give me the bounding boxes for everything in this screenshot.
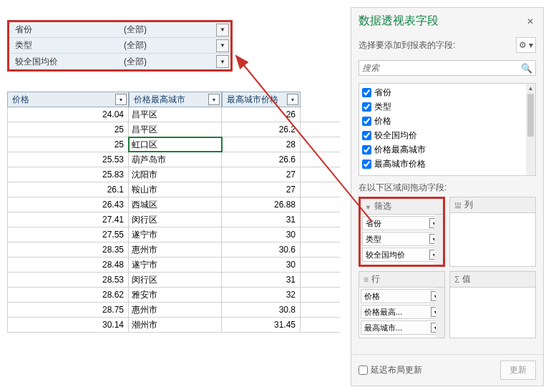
cell-price[interactable]: 28.75 [7, 303, 129, 317]
cell-max[interactable]: 27 [222, 182, 301, 197]
field-checkbox[interactable] [362, 88, 371, 97]
field-checkbox[interactable] [362, 117, 371, 126]
cell-city[interactable]: 遂宁市 [129, 227, 222, 242]
gear-icon[interactable]: ⚙ ▾ [516, 37, 536, 53]
field-checkbox[interactable] [362, 102, 371, 112]
field-item[interactable]: 较全国均价 [361, 128, 534, 142]
table-row[interactable]: 28.53闵行区31 [7, 273, 340, 288]
cell-price[interactable]: 26.1 [7, 182, 129, 197]
cell-city[interactable]: 昌平区 [129, 107, 222, 122]
table-row[interactable]: 25.53葫芦岛市26.6 [7, 152, 340, 167]
cell-city[interactable]: 雅安市 [129, 288, 222, 302]
cell-price[interactable]: 25.83 [7, 167, 129, 182]
cell-max[interactable]: 26 [222, 107, 301, 122]
field-item[interactable]: 价格最高城市 [361, 142, 534, 157]
table-row[interactable]: 25.83沈阳市27 [7, 167, 340, 182]
cell-city[interactable]: 鞍山市 [129, 182, 222, 197]
cell-max[interactable]: 26.6 [222, 152, 301, 167]
cell-city[interactable]: 闵行区 [129, 212, 222, 227]
table-row[interactable]: 27.41闵行区31 [7, 212, 340, 227]
table-row[interactable]: 25虹口区28 [7, 137, 340, 152]
close-icon[interactable]: ✕ [525, 16, 536, 27]
field-item[interactable]: 价格 [361, 114, 534, 128]
cell-price[interactable]: 28.53 [7, 273, 129, 287]
area-filters[interactable]: 筛选 省份类型较全国均价 [359, 197, 445, 267]
cell-city[interactable]: 闵行区 [129, 273, 222, 287]
cell-city[interactable]: 沈阳市 [129, 167, 222, 182]
area-values[interactable]: 值 [449, 271, 536, 338]
cell-price[interactable]: 30.14 [7, 318, 129, 332]
cell-city[interactable]: 葫芦岛市 [129, 152, 222, 167]
cell-price[interactable]: 25.53 [7, 152, 129, 167]
cell-price[interactable]: 24.04 [7, 107, 129, 122]
defer-checkbox[interactable]: 延迟布局更新 [359, 364, 422, 376]
col-dd-icon[interactable] [287, 94, 298, 105]
cell-max[interactable]: 32 [222, 288, 301, 302]
cell-max[interactable]: 30 [222, 258, 301, 272]
col-max[interactable]: 最高城市价格 [222, 92, 301, 107]
table-row[interactable]: 28.62雅安市32 [7, 288, 340, 303]
area-columns[interactable]: 列 [449, 197, 536, 267]
cell-max[interactable]: 26.88 [222, 197, 301, 212]
cell-city[interactable]: 西城区 [129, 197, 222, 212]
cell-city[interactable]: 虹口区 [129, 137, 222, 152]
field-checkbox[interactable] [362, 160, 371, 169]
chevron-down-icon[interactable] [216, 39, 229, 52]
cell-price[interactable]: 28.62 [7, 288, 129, 302]
field-item[interactable]: 省份 [361, 85, 534, 99]
field-chip[interactable]: 最高城市... [361, 320, 443, 335]
col-dd-icon[interactable] [115, 94, 127, 105]
cell-max[interactable]: 30.8 [222, 303, 301, 317]
cell-price[interactable]: 25 [7, 137, 129, 152]
cell-city[interactable]: 惠州市 [129, 242, 222, 257]
table-row[interactable]: 25昌平区26.2 [7, 122, 340, 137]
cell-max[interactable]: 28 [222, 137, 301, 152]
cell-price[interactable]: 25 [7, 122, 129, 137]
cell-city[interactable]: 潮州市 [129, 318, 222, 332]
col-price[interactable]: 价格 [7, 92, 129, 107]
chevron-down-icon[interactable] [216, 24, 229, 36]
cell-city[interactable]: 惠州市 [129, 303, 222, 317]
field-chip[interactable]: 省份 [362, 216, 442, 230]
search-input[interactable] [362, 63, 521, 73]
table-row[interactable]: 28.35惠州市30.6 [7, 242, 340, 258]
cell-price[interactable]: 27.55 [7, 227, 129, 242]
scrollbar[interactable]: ▲ [526, 84, 535, 175]
cell-max[interactable]: 31 [222, 212, 301, 227]
table-row[interactable]: 28.48遂宁市30 [7, 258, 340, 273]
cell-price[interactable]: 28.48 [7, 258, 129, 272]
cell-max[interactable]: 31 [222, 273, 301, 287]
cell-max[interactable]: 30.6 [222, 242, 301, 257]
cell-city[interactable]: 遂宁市 [129, 258, 222, 272]
chevron-down-icon[interactable] [216, 55, 229, 68]
search-icon[interactable]: 🔍 [521, 63, 532, 74]
cell-city[interactable]: 昌平区 [129, 122, 222, 137]
field-chip[interactable]: 较全国均价 [362, 248, 442, 262]
table-row[interactable]: 30.14潮州市31.45 [7, 318, 340, 333]
cell-max[interactable]: 30 [222, 227, 301, 242]
field-chip[interactable]: 价格 [361, 289, 443, 303]
cell-max[interactable]: 31.45 [222, 318, 301, 332]
field-chip[interactable]: 类型 [362, 232, 442, 246]
filter-row[interactable]: 省份(全部) [9, 22, 230, 38]
table-row[interactable]: 26.43西城区26.88 [7, 197, 340, 212]
field-checkbox[interactable] [362, 131, 371, 140]
scrollbar[interactable] [436, 288, 444, 338]
table-row[interactable]: 24.04昌平区26 [7, 107, 340, 122]
cell-max[interactable]: 26.2 [222, 122, 301, 137]
scrollbar[interactable] [434, 215, 443, 265]
cell-price[interactable]: 27.41 [7, 212, 129, 227]
search-box[interactable]: 🔍 [359, 60, 536, 76]
table-row[interactable]: 26.1鞍山市27 [7, 182, 340, 197]
filter-row[interactable]: 较全国均价(全部) [9, 54, 230, 69]
filter-row[interactable]: 类型(全部) [9, 38, 230, 54]
cell-price[interactable]: 26.43 [7, 197, 129, 212]
field-item[interactable]: 最高城市价格 [361, 157, 534, 171]
field-chip[interactable]: 价格最高... [361, 305, 443, 319]
col-dd-icon[interactable] [208, 94, 220, 105]
cell-max[interactable]: 27 [222, 167, 301, 182]
cell-price[interactable]: 28.35 [7, 242, 129, 257]
field-item[interactable]: 类型 [361, 99, 534, 114]
area-rows[interactable]: 行 价格价格最高...最高城市... [359, 271, 445, 338]
field-checkbox[interactable] [362, 145, 371, 155]
